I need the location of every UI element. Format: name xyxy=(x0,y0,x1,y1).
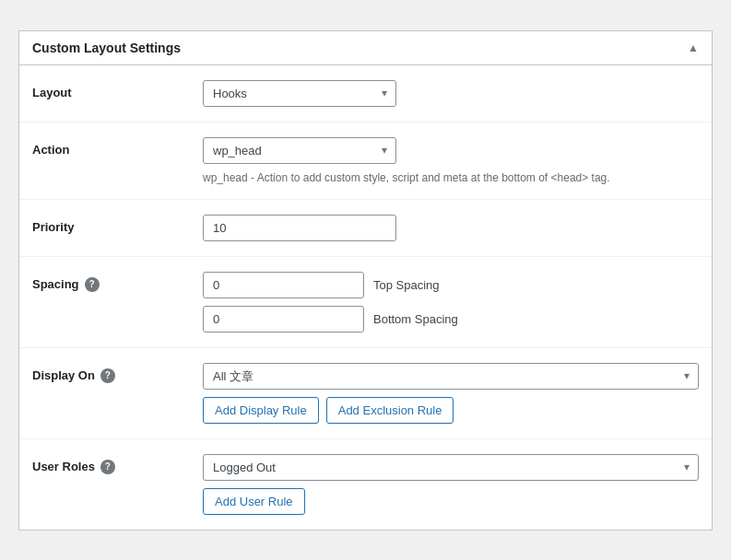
priority-field-content xyxy=(203,215,699,241)
action-label: Action xyxy=(32,137,203,157)
display-on-field-content: All 文章 All Pages Front Page Blog Page Ad… xyxy=(203,363,699,424)
layout-select[interactable]: Hooks Canvas Header Footer xyxy=(203,80,396,107)
spacing-field-content: Top Spacing Bottom Spacing xyxy=(203,272,699,332)
action-select-wrapper: wp_head wp_footer wp_body_open xyxy=(203,137,396,164)
action-row: Action wp_head wp_footer wp_body_open wp… xyxy=(19,122,712,200)
user-roles-select[interactable]: Logged Out Logged In Everyone xyxy=(203,454,699,481)
priority-label: Priority xyxy=(32,215,203,234)
panel-title: Custom Layout Settings xyxy=(32,41,181,55)
display-on-label: Display On ? xyxy=(32,363,203,383)
top-spacing-label: Top Spacing xyxy=(373,278,440,292)
panel-body: Layout Hooks Canvas Header Footer Action xyxy=(19,65,712,530)
panel-header: Custom Layout Settings ▲ xyxy=(19,31,712,65)
add-display-rule-button[interactable]: Add Display Rule xyxy=(203,397,319,424)
top-spacing-input[interactable] xyxy=(203,272,364,298)
display-on-select-wrapper: All 文章 All Pages Front Page Blog Page xyxy=(203,363,699,390)
user-roles-row: User Roles ? Logged Out Logged In Everyo… xyxy=(19,439,712,530)
user-roles-label: User Roles ? xyxy=(32,454,203,474)
bottom-spacing-label: Bottom Spacing xyxy=(373,312,458,326)
layout-field-content: Hooks Canvas Header Footer xyxy=(203,80,699,107)
action-select[interactable]: wp_head wp_footer wp_body_open xyxy=(203,137,396,164)
user-roles-select-wrapper: Logged Out Logged In Everyone xyxy=(203,454,699,481)
user-rules-buttons: Add User Rule xyxy=(203,488,699,515)
spacing-help-icon[interactable]: ? xyxy=(85,277,100,292)
add-exclusion-rule-button[interactable]: Add Exclusion Rule xyxy=(326,397,454,424)
action-description: wp_head - Action to add custom style, sc… xyxy=(203,171,699,184)
user-roles-help-icon[interactable]: ? xyxy=(100,460,115,474)
panel-toggle-icon[interactable]: ▲ xyxy=(688,41,699,54)
user-roles-field-content: Logged Out Logged In Everyone Add User R… xyxy=(203,454,699,515)
bottom-spacing-input[interactable] xyxy=(203,306,364,332)
spacing-label: Spacing ? xyxy=(32,272,203,292)
display-on-row: Display On ? All 文章 All Pages Front Page… xyxy=(19,348,712,439)
top-spacing-row: Top Spacing xyxy=(203,272,699,298)
add-user-rule-button[interactable]: Add User Rule xyxy=(203,488,305,515)
action-field-content: wp_head wp_footer wp_body_open wp_head -… xyxy=(203,137,699,184)
priority-input[interactable] xyxy=(203,215,396,241)
display-rules-buttons: Add Display Rule Add Exclusion Rule xyxy=(203,397,699,424)
custom-layout-settings-panel: Custom Layout Settings ▲ Layout Hooks Ca… xyxy=(18,30,713,531)
layout-select-wrapper: Hooks Canvas Header Footer xyxy=(203,80,396,107)
spacing-row: Spacing ? Top Spacing Bottom Spacing xyxy=(19,257,712,348)
display-on-help-icon[interactable]: ? xyxy=(100,368,115,383)
layout-row: Layout Hooks Canvas Header Footer xyxy=(19,65,712,122)
priority-row: Priority xyxy=(19,200,712,257)
layout-label: Layout xyxy=(32,80,203,99)
bottom-spacing-row: Bottom Spacing xyxy=(203,306,699,332)
display-on-select[interactable]: All 文章 All Pages Front Page Blog Page xyxy=(203,363,699,390)
